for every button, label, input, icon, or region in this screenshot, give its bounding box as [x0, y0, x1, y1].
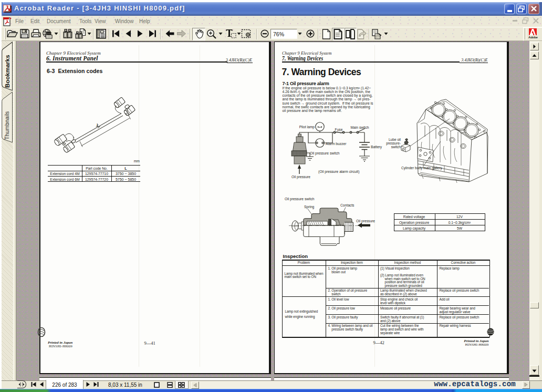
svg-text:Oil pressure: Oil pressure — [356, 219, 375, 223]
svg-text:Oil pressure: Oil pressure — [291, 175, 310, 179]
svg-text:Fuse: Fuse — [335, 127, 342, 131]
svg-text:Oil pressure switch: Oil pressure switch — [310, 151, 340, 155]
svg-text:(Oil pressure alarm circuit): (Oil pressure alarm circuit) — [318, 169, 359, 173]
svg-text:L: L — [97, 122, 99, 128]
svg-text:Pilot lamp: Pilot lamp — [299, 125, 315, 129]
svg-text:Oil pressure switch: Oil pressure switch — [285, 197, 315, 201]
svg-text:Contacts: Contacts — [340, 203, 355, 207]
svg-text:Thumbnails: Thumbnails — [4, 111, 10, 140]
svg-text:switch: switch — [391, 145, 401, 149]
svg-text:Alarm buzzer: Alarm buzzer — [326, 142, 347, 146]
svg-text:Lube oil: Lube oil — [388, 138, 401, 141]
svg-text:Spring: Spring — [304, 205, 315, 209]
svg-text:Cylinder body main gallery: Cylinder body main gallery — [401, 166, 442, 170]
svg-text:Bookmarks: Bookmarks — [4, 55, 11, 88]
svg-text:Battery: Battery — [371, 145, 382, 149]
svg-text:Main switch: Main switch — [350, 125, 369, 129]
